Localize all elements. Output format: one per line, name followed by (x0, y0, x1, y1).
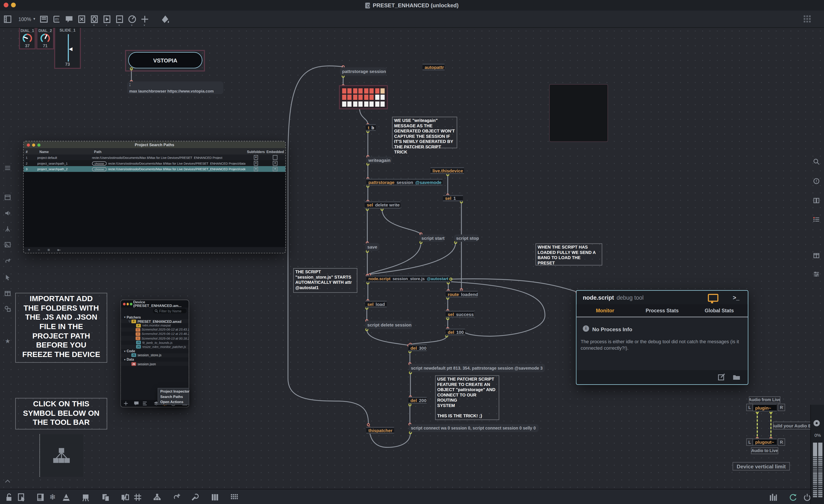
preset-cell[interactable] (381, 88, 385, 93)
add-icon[interactable] (123, 401, 129, 406)
comment-writeagain[interactable]: WE USE "writeagain" MESSAGE AS THE GENER… (392, 117, 457, 148)
attach-icon[interactable] (4, 258, 12, 266)
file-tree-item[interactable]: JSresize_n4m_monitor_patcher.js (121, 345, 189, 349)
patcher-canvas[interactable] (0, 27, 824, 489)
mixer-icon[interactable] (812, 270, 820, 278)
record-icon[interactable] (814, 420, 820, 426)
msg-save[interactable]: save (365, 243, 379, 251)
subfolders-checkbox[interactable]: ✕ (253, 155, 258, 160)
tab-process-stats[interactable]: Process Stats (634, 308, 691, 313)
gridlines-icon[interactable] (133, 493, 142, 502)
close-button[interactable] (4, 3, 8, 7)
list-icon[interactable] (812, 215, 820, 223)
wrench-icon[interactable] (190, 493, 199, 502)
preset-cell[interactable] (370, 88, 374, 93)
choose-button[interactable]: choose (92, 161, 107, 166)
file-tree-item[interactable]: ▽PPRESET_ENHANCED.amxd (121, 319, 189, 323)
subfolders-checkbox[interactable]: ✕ (253, 161, 258, 166)
comment-audio-from-live[interactable]: Audio from Live (749, 396, 781, 403)
comment-build-audio[interactable]: Build your Audio Ef (773, 422, 811, 429)
preset-object[interactable] (339, 85, 388, 109)
slider-1[interactable]: SLIDE_1 ◀ 73 (54, 26, 81, 69)
comment-icon[interactable] (65, 14, 74, 23)
add-object-icon[interactable]: ▼ (140, 14, 149, 23)
obj-node-script[interactable]: node.scriptsession_store.js@autostart1 (366, 275, 449, 282)
file-tree-item[interactable]: Pn4m.monitor.maxpat (121, 323, 189, 328)
preset-cell[interactable] (347, 95, 352, 100)
embedded-checkbox[interactable]: ✕ (273, 161, 278, 166)
preset-cell[interactable] (347, 88, 352, 93)
power-icon[interactable] (803, 493, 812, 502)
toggle-icon[interactable]: ▼ (90, 14, 99, 23)
preset-cell[interactable] (358, 95, 363, 100)
close-button[interactable] (27, 143, 30, 146)
window-icon[interactable] (4, 193, 12, 201)
pointer-icon[interactable] (4, 273, 12, 281)
msg-pattrstorage-session[interactable]: pattrstorage session (340, 67, 386, 76)
remove-path-button[interactable]: − (38, 247, 40, 252)
obj-sel-delete-write[interactable]: seldelete write (365, 201, 401, 209)
dial-2-knob[interactable] (40, 33, 50, 43)
preset-cell[interactable] (353, 95, 357, 100)
preset-cell[interactable] (375, 101, 379, 106)
folder-icon[interactable] (733, 374, 740, 380)
preset-cell[interactable] (375, 95, 379, 100)
hierarchy-symbol-panel[interactable] (39, 434, 83, 477)
preset-cell[interactable] (347, 101, 352, 106)
search-path-row[interactable]: 1project defaultrecte:/Users/ostinsolo/D… (24, 155, 285, 160)
sync-icon[interactable] (788, 493, 797, 502)
file-tree-item[interactable]: IScreenshot 2025-06-13 at 00.18.26.png (121, 336, 189, 340)
column-header[interactable]: Name (37, 149, 92, 153)
dial-2[interactable]: DIAL_2 71 (36, 27, 54, 49)
msg-writeagain[interactable]: writeagain (366, 157, 392, 164)
hierarchy-icon[interactable] (152, 493, 162, 502)
add-path-button[interactable]: + (28, 247, 30, 252)
msg-script-newdefault[interactable]: script newdefault ptt 813. 354. pattrsto… (409, 364, 545, 372)
project-search-paths-window[interactable]: Project Search Paths #NamePathSubfolders… (24, 141, 285, 253)
collapse-icon[interactable] (4, 477, 12, 485)
keys-icon[interactable] (210, 493, 219, 502)
device-file-browser-window[interactable]: Device (PRESET_ENHANCED.am... Filter by … (121, 300, 189, 407)
star-icon[interactable]: ★ (4, 337, 12, 345)
meter-bars-icon[interactable] (768, 493, 777, 502)
choose-button[interactable]: choose (92, 167, 107, 171)
flip-icon[interactable] (120, 493, 129, 502)
msg-script-delete-session[interactable]: script delete session (365, 321, 412, 329)
file-tree-item[interactable]: IScreenshot 2025-06-12 at 23.43.19.png (121, 327, 189, 332)
obj-live-thisdevice[interactable]: live.thisdevice (430, 167, 464, 174)
columns-icon[interactable] (812, 197, 820, 205)
obj-plugin[interactable]: plugin~ (753, 404, 777, 412)
preset-cell[interactable] (381, 101, 385, 106)
search-icon[interactable] (812, 158, 820, 166)
obj-plugout[interactable]: plugout~ (753, 438, 777, 445)
easel-icon[interactable] (81, 493, 90, 502)
obj-pattrstorage-savemode[interactable]: pattrstoragesession@savemode3 (366, 179, 442, 186)
obj-t-b[interactable]: tb (366, 124, 376, 131)
obj-del-200[interactable]: del200 (408, 397, 427, 404)
obj-autopattr[interactable]: autopattr (422, 64, 445, 71)
preset-cell[interactable] (353, 101, 357, 106)
node-script-debug-tool[interactable]: node.script debug tool >_ MonitorProcess… (576, 290, 748, 385)
lines-icon[interactable] (142, 401, 147, 406)
zoom-control[interactable]: 100%▼ (18, 16, 36, 22)
slider-1-track[interactable]: ◀ (55, 33, 80, 62)
edit-icon[interactable] (718, 373, 725, 381)
grid-overview-icon[interactable] (803, 14, 812, 23)
slider-1-handle[interactable]: ◀ (69, 46, 73, 52)
package-icon[interactable] (4, 289, 12, 297)
zoom-button[interactable] (130, 302, 132, 305)
preset-cell[interactable] (353, 88, 357, 93)
file-tree-item[interactable]: IScreenshot 2025-06-12 at 23.48.21.png (121, 332, 189, 336)
file-tree-item[interactable]: JSsession.json (121, 362, 189, 366)
obj-del-300[interactable]: del300 (408, 344, 427, 351)
preset-cell[interactable] (375, 88, 379, 93)
preset-cell[interactable] (342, 95, 346, 100)
preset-cell[interactable] (370, 95, 374, 100)
presentation-icon[interactable] (36, 493, 45, 502)
comment-important[interactable]: IMPORTANT ADD THE FOLDERS WITH THE .JS A… (15, 293, 107, 363)
number-box-icon[interactable]: ▼ (115, 14, 124, 23)
shapes-icon[interactable] (4, 305, 12, 313)
menu-icon[interactable] (4, 164, 12, 172)
attach-icon[interactable] (172, 493, 181, 502)
routing-icon[interactable] (4, 225, 12, 233)
